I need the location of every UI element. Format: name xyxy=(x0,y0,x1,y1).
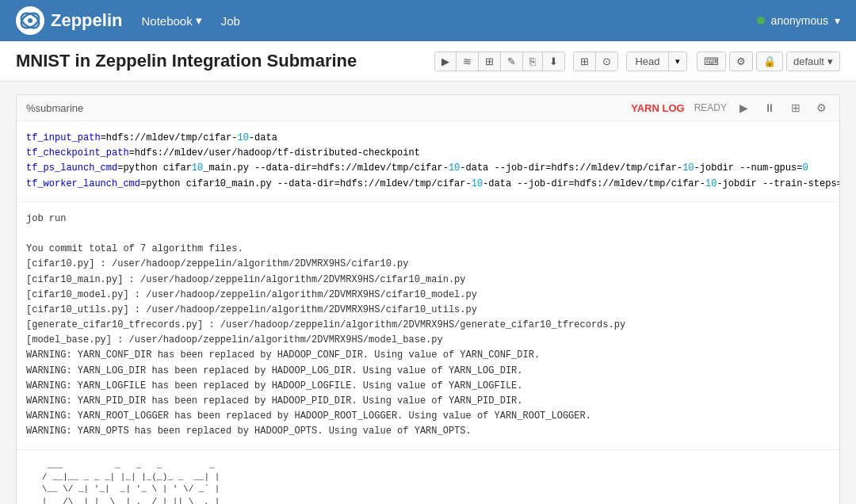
page-header: MNIST in Zeppelin Integration Submarine … xyxy=(0,41,856,82)
cell-output: job run You commit total of 7 algorithm … xyxy=(17,201,839,449)
navbar-right: anonymous ▾ xyxy=(757,14,840,27)
head-dropdown: Head ▾ xyxy=(626,52,686,71)
settings-view-button[interactable]: ⊙ xyxy=(596,52,617,71)
status-indicator xyxy=(757,17,765,25)
run-button[interactable]: ▶ xyxy=(435,52,457,71)
cell-header: %submarine YARN LOG READY ▶ ⏸ ⊞ ⚙ xyxy=(17,95,839,121)
page-title: MNIST in Zeppelin Integration Submarine xyxy=(16,51,357,71)
job-label: Job xyxy=(221,14,240,28)
ascii-art-output: ___ _ _ _ _ / __|__ _ _ _| |_| |_(_)_ _ … xyxy=(17,449,839,504)
code-line-3: tf_ps_launch_cmd=python cifar10_main.py … xyxy=(26,161,830,176)
logo-icon xyxy=(16,6,44,35)
code-line-4: tf_worker_launch_cmd=python cifar10_main… xyxy=(26,177,830,192)
notebook-label: Notebook xyxy=(141,14,192,28)
cell-settings-button[interactable]: ⚙ xyxy=(813,100,830,116)
notebook-menu[interactable]: Notebook ▾ xyxy=(141,13,201,28)
cell-status: READY xyxy=(694,102,727,113)
notebook-cell: %submarine YARN LOG READY ▶ ⏸ ⊞ ⚙ tf_inp… xyxy=(16,94,840,504)
default-label: default xyxy=(793,55,824,67)
yarn-log-button[interactable]: YARN LOG xyxy=(631,102,684,114)
cell-stop-button[interactable]: ⏸ xyxy=(761,100,778,116)
view-toolbar-group: ⊞ ⊙ xyxy=(573,52,618,71)
export-button[interactable]: ⬇ xyxy=(543,52,564,71)
notebook-toolbar-group: ▶ ≋ ⊞ ✎ ⎘ ⬇ xyxy=(434,52,565,71)
user-label: anonymous xyxy=(771,14,828,27)
head-label: Head xyxy=(627,52,668,71)
default-dropdown[interactable]: default ▾ xyxy=(786,52,840,71)
grid-button[interactable]: ⊞ xyxy=(479,52,501,71)
cell-run-button[interactable]: ▶ xyxy=(736,100,751,116)
cell-type: %submarine xyxy=(26,102,83,114)
navbar-left: Zeppelin Notebook ▾ Job xyxy=(16,6,240,35)
svg-point-2 xyxy=(28,18,32,23)
navbar: Zeppelin Notebook ▾ Job anonymous ▾ xyxy=(0,0,856,41)
head-dropdown-arrow[interactable]: ▾ xyxy=(669,53,686,70)
logo-text: Zeppelin xyxy=(51,10,122,31)
logo[interactable]: Zeppelin xyxy=(16,6,122,35)
content: %submarine YARN LOG READY ▶ ⏸ ⊞ ⚙ tf_inp… xyxy=(0,82,856,504)
clone-button[interactable]: ⎘ xyxy=(523,52,543,71)
run-all-button[interactable]: ≋ xyxy=(457,52,479,71)
code-line-2: tf_checkpoint_path=hdfs://mldev/user/had… xyxy=(26,146,830,161)
toolbar: ▶ ≋ ⊞ ✎ ⎘ ⬇ ⊞ ⊙ Head ▾ ⌨ ⚙ 🔒 default ▾ xyxy=(434,52,840,71)
gear-button[interactable]: ⚙ xyxy=(729,52,753,71)
cell-actions: YARN LOG READY ▶ ⏸ ⊞ ⚙ xyxy=(631,100,830,116)
default-arrow: ▾ xyxy=(827,55,833,67)
edit-button[interactable]: ✎ xyxy=(501,52,523,71)
cell-code-body: tf_input_path=hdfs://mldev/tmp/cifar-10-… xyxy=(17,121,839,201)
notebook-arrow: ▾ xyxy=(196,13,202,28)
code-line-1: tf_input_path=hdfs://mldev/tmp/cifar-10-… xyxy=(26,131,830,146)
cell-grid-button[interactable]: ⊞ xyxy=(788,100,804,116)
keyboard-button[interactable]: ⌨ xyxy=(697,52,726,71)
table-view-button[interactable]: ⊞ xyxy=(574,52,596,71)
job-menu[interactable]: Job xyxy=(221,14,240,28)
user-dropdown-arrow[interactable]: ▾ xyxy=(835,14,840,27)
lock-button[interactable]: 🔒 xyxy=(756,52,783,71)
